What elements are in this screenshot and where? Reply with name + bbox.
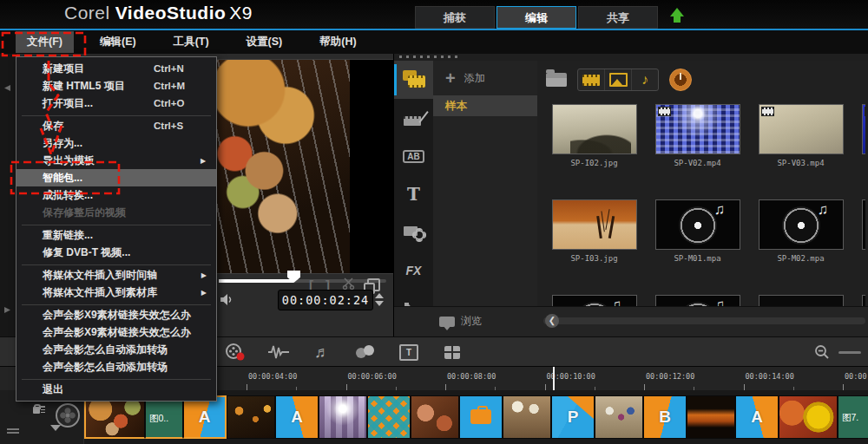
library-thumbnail[interactable]	[862, 104, 866, 154]
add-folder-button[interactable]: + 添加	[433, 61, 537, 95]
workspace-tab[interactable]: 捕获	[415, 6, 495, 29]
library-thumbnail[interactable]	[655, 199, 740, 250]
media-library-button[interactable]	[394, 61, 433, 99]
timeline-clip[interactable]	[84, 395, 145, 439]
file-menu-item[interactable]: 修复 DVB-T 视频... ▶	[16, 244, 216, 261]
library-thumbnail[interactable]	[862, 295, 866, 307]
filter-audio-button[interactable]: ♪	[632, 69, 658, 90]
file-menu-item[interactable]: 会声会影怎么自动添加转场 ▶	[16, 358, 216, 375]
library-thumbnail[interactable]	[759, 104, 844, 154]
file-menu-item[interactable]: 新建 HTML5 项目 Ctrl+M ▶	[16, 77, 216, 95]
sound-mixer-button[interactable]	[267, 342, 290, 362]
menubar-item[interactable]: 编辑(E)	[89, 31, 148, 53]
import-folder-icon[interactable]	[546, 73, 567, 87]
file-menu-item[interactable]: 新建项目 Ctrl+N ▶	[16, 60, 216, 77]
instant-project-button[interactable]	[394, 99, 433, 137]
library-item[interactable]: SP-I03.jpg	[542, 193, 646, 288]
library-item[interactable]: SP-V02.mp4	[646, 97, 749, 193]
library-item[interactable]	[852, 97, 865, 193]
library-hscrollbar[interactable]: ❮	[543, 317, 865, 324]
library-item[interactable]	[852, 193, 865, 288]
library-thumbnail[interactable]	[552, 104, 637, 154]
title-library-button[interactable]: T	[394, 175, 433, 213]
graphic-library-button[interactable]	[394, 213, 433, 251]
timeline-clip[interactable]: A	[735, 395, 779, 439]
timeline-clip[interactable]	[459, 395, 503, 439]
playhead[interactable]	[553, 367, 555, 391]
library-item[interactable]: SP-M02.mpa	[749, 193, 852, 288]
track-layout-button[interactable]	[441, 342, 464, 362]
file-menu-item[interactable]: 会声会影X9素材链接失效怎么办 ▶	[16, 306, 216, 323]
menubar-item[interactable]: 文件(F)	[16, 31, 74, 53]
file-menu-item[interactable]: 会声会影怎么自动添加转场 ▶	[16, 341, 216, 358]
speed-dial-icon[interactable]	[669, 69, 692, 91]
timeline-clip[interactable]	[595, 395, 643, 439]
timecode-spinner[interactable]	[375, 290, 385, 309]
library-thumbnail[interactable]	[759, 295, 844, 307]
file-menu-item[interactable]: 智能包... ▶	[16, 169, 216, 186]
file-menu-item[interactable]: 保存修整后的视频 ▶	[16, 204, 216, 221]
timeline-clip[interactable]: P	[551, 395, 595, 439]
zoom-slider[interactable]	[838, 351, 861, 354]
timecode-display[interactable]: 00:00:02:24	[278, 290, 373, 310]
library-item[interactable]	[542, 288, 646, 307]
file-menu-item[interactable]: 另存为... ▶	[16, 134, 216, 152]
timeline-clip[interactable]: A	[183, 395, 227, 439]
filter-library-button[interactable]: FX	[394, 251, 433, 290]
record-capture-button[interactable]	[224, 342, 247, 362]
video-track-icon[interactable]	[56, 403, 80, 428]
menubar-item[interactable]: 设置(S)	[235, 31, 294, 53]
file-menu-item[interactable]: 退出 ▶	[16, 381, 216, 398]
file-menu-item[interactable]: 重新链接... ▶	[16, 226, 216, 244]
file-menu-item[interactable]: 将媒体文件插入到时间轴 ▶	[16, 266, 216, 284]
library-category-sample[interactable]: 样本	[433, 95, 537, 116]
library-thumbnail[interactable]	[759, 199, 844, 250]
library-thumbnail[interactable]	[552, 199, 637, 250]
timeline-clip[interactable]: 图7.	[838, 395, 868, 439]
expand-arrow-icon[interactable]	[4, 307, 10, 313]
library-item[interactable]: SP-V03.mp4	[749, 97, 852, 193]
library-thumbnail[interactable]	[655, 295, 740, 307]
volume-icon[interactable]	[220, 293, 233, 310]
file-menu-item[interactable]: 保存 Ctrl+S ▶	[16, 117, 216, 134]
timeline-clip[interactable]	[411, 395, 459, 439]
timeline-clip[interactable]: 图0..	[145, 395, 183, 439]
library-item[interactable]	[852, 288, 865, 307]
workspace-tab[interactable]: 共享	[578, 6, 658, 29]
filter-photo-button[interactable]	[605, 69, 632, 90]
library-item[interactable]	[749, 288, 852, 307]
filter-video-button[interactable]	[578, 69, 605, 90]
file-menu-item[interactable]: 将媒体文件插入到素材库 ▶	[16, 284, 216, 301]
track-lock-icon[interactable]	[33, 404, 45, 414]
track-collapse-icon[interactable]	[50, 425, 61, 431]
file-menu-item[interactable]: 导出为模板 ▶	[16, 152, 216, 169]
timeline-clip[interactable]: A	[275, 395, 319, 439]
file-menu-item[interactable]: 会声会影X9素材链接失效怎么办 ▶	[16, 323, 216, 341]
library-thumbnail[interactable]	[655, 104, 740, 154]
library-item[interactable]	[646, 288, 749, 307]
scroll-left-button[interactable]: ❮	[545, 314, 559, 328]
library-thumbnail[interactable]	[862, 199, 866, 250]
subtitle-editor-button[interactable]: T	[398, 342, 420, 362]
auto-music-button[interactable]: ♬	[311, 342, 333, 362]
browse-button[interactable]: 浏览	[439, 314, 482, 329]
library-item[interactable]: SP-M01.mpa	[646, 193, 749, 288]
timeline-clip[interactable]	[319, 395, 367, 439]
library-thumbnail[interactable]	[552, 295, 637, 307]
timeline-clip[interactable]	[687, 395, 735, 439]
timeline-clip[interactable]	[367, 395, 411, 439]
file-menu-item[interactable]: 成批转换... ▶	[16, 186, 216, 204]
collapse-arrow-icon[interactable]	[4, 85, 10, 91]
library-item[interactable]: SP-I02.jpg	[542, 97, 646, 193]
menubar-item[interactable]: 工具(T)	[162, 31, 220, 53]
timeline-clip[interactable]	[227, 395, 275, 439]
timeline-clip[interactable]	[503, 395, 551, 439]
menubar-item[interactable]: 帮助(H)	[308, 31, 367, 53]
track-manager-icon[interactable]	[7, 428, 19, 435]
transition-library-button[interactable]: AB	[394, 137, 433, 175]
spinner-up-icon[interactable]	[375, 293, 384, 298]
zoom-out-icon[interactable]	[814, 344, 830, 360]
ripple-edit-button[interactable]	[354, 342, 377, 362]
panel-drag-handle[interactable]	[399, 56, 462, 58]
timeline-clip[interactable]: B	[643, 395, 687, 439]
